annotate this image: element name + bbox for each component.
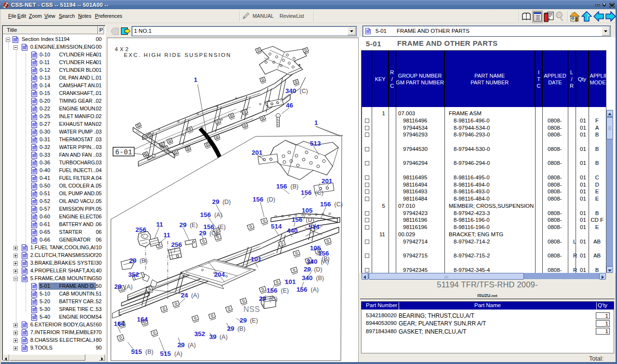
svg-text:1: 1: [194, 76, 198, 83]
svg-text:29: 29: [212, 198, 219, 205]
svg-text:514: 514: [308, 223, 320, 230]
svg-text:(E): (E): [281, 287, 289, 294]
svg-text:24: 24: [181, 292, 188, 299]
svg-text:340: 340: [285, 87, 296, 94]
svg-text:29: 29: [129, 257, 136, 264]
svg-text:101: 101: [285, 278, 296, 285]
svg-text:(A): (A): [191, 292, 199, 299]
svg-text:29: 29: [177, 341, 185, 349]
svg-text:156: 156: [276, 183, 287, 190]
svg-text:11: 11: [163, 231, 171, 239]
svg-text:29: 29: [240, 317, 247, 324]
svg-text:164: 164: [114, 320, 125, 327]
svg-text:(B): (B): [139, 257, 148, 264]
svg-text:156: 156: [296, 286, 308, 293]
svg-text:(C): (C): [315, 189, 323, 196]
svg-text:340: 340: [307, 258, 318, 265]
svg-text:(E): (E): [218, 224, 226, 230]
svg-text:4X2: 4X2: [115, 46, 130, 52]
svg-text:(A): (A): [311, 286, 319, 293]
svg-text:(D): (D): [314, 266, 322, 273]
svg-text:(A): (A): [219, 334, 228, 340]
svg-text:515: 515: [160, 350, 171, 357]
svg-text:514: 514: [271, 223, 282, 230]
svg-text:(A): (A): [215, 212, 223, 218]
svg-text:1: 1: [314, 119, 318, 126]
svg-text:(D): (D): [222, 199, 230, 205]
svg-text:352: 352: [128, 271, 139, 278]
svg-text:(A): (A): [321, 258, 329, 265]
svg-text:29: 29: [227, 325, 234, 332]
svg-text:204: 204: [214, 271, 225, 278]
svg-text:201: 201: [252, 149, 263, 156]
svg-text:352: 352: [194, 330, 205, 337]
svg-text:156: 156: [320, 201, 331, 208]
svg-text:(C): (C): [335, 201, 343, 208]
svg-text:(A): (A): [174, 351, 183, 357]
svg-text:(B): (B): [146, 349, 154, 355]
svg-text:156: 156: [301, 189, 312, 196]
svg-text:(A): (A): [188, 342, 196, 349]
svg-text:156: 156: [253, 196, 264, 203]
svg-text:(B): (B): [291, 183, 299, 190]
svg-text:(A): (A): [124, 283, 133, 290]
svg-text:EXC. HIGH RIDE SUSPENSION: EXC. HIGH RIDE SUSPENSION: [124, 52, 231, 58]
svg-text:256: 256: [171, 241, 182, 248]
svg-text:29: 29: [259, 295, 266, 302]
svg-text:29: 29: [179, 221, 187, 229]
svg-text:29: 29: [199, 229, 206, 237]
svg-text:46: 46: [286, 102, 294, 109]
svg-text:(E): (E): [189, 222, 198, 229]
svg-text:513: 513: [310, 140, 321, 147]
svg-text:101: 101: [251, 256, 262, 263]
svg-text:(B): (B): [316, 275, 324, 282]
svg-text:(C): (C): [300, 88, 308, 94]
svg-text:156: 156: [292, 216, 303, 223]
svg-text:164: 164: [137, 316, 148, 323]
svg-text:340: 340: [302, 274, 313, 282]
svg-text:515: 515: [131, 348, 142, 355]
svg-text:39: 39: [209, 333, 216, 340]
svg-text:(C): (C): [209, 230, 217, 237]
svg-text:(E): (E): [250, 317, 258, 324]
svg-text:(D): (D): [306, 216, 314, 223]
svg-text:440: 440: [287, 227, 298, 234]
svg-text:201: 201: [322, 177, 333, 185]
svg-text:105: 105: [302, 207, 313, 214]
svg-text:256: 256: [135, 226, 147, 233]
svg-text:156: 156: [267, 287, 278, 294]
svg-text:NSS: NSS: [243, 305, 260, 313]
svg-text:(C): (C): [269, 296, 277, 302]
svg-text:6-01: 6-01: [115, 148, 133, 156]
svg-text:(B): (B): [237, 325, 245, 332]
svg-text:11: 11: [156, 221, 163, 228]
svg-text:29: 29: [114, 283, 121, 290]
svg-text:(D): (D): [267, 196, 275, 203]
svg-text:29: 29: [304, 266, 311, 273]
svg-text:156: 156: [200, 211, 211, 218]
